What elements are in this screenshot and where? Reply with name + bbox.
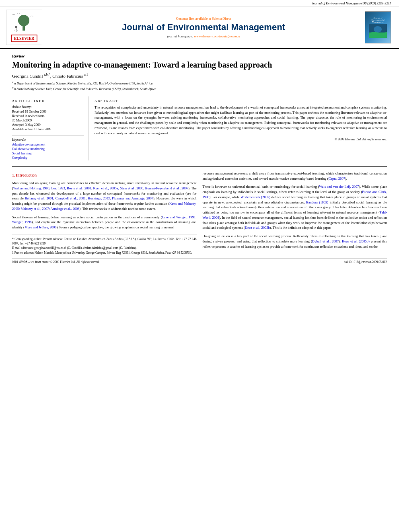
left-column: 1. Introduction Monitoring and on-going … [12, 171, 197, 255]
ref-wals[interactable]: Wals and van der Leij, 2007 [319, 185, 359, 189]
sciencedirect-link-text[interactable]: ScienceDirect [212, 16, 231, 21]
author-names: Georgina Cundill a,b,*, Christo Fabriciu… [12, 74, 88, 78]
ref-walters[interactable]: Walters and Holling, 1990; Lee, 1993; Bo… [13, 186, 188, 190]
journal-ref-text: Journal of Environmental Management 90 (… [312, 2, 391, 5]
ref-parson[interactable]: Parson and Clark, 1995 [203, 190, 387, 199]
received-date: Received 18 October 2008 [12, 110, 84, 113]
elsevier-graphic [8, 12, 40, 34]
footnote-email: E-mail addresses: georgina.cundill@ceaza… [12, 246, 197, 250]
right-para-1: resource management represents a shift a… [203, 171, 387, 181]
footnote-one: 1 Present address: Nelson Mandela Metrop… [12, 251, 197, 255]
ref-pahl[interactable]: Pahl-Wostl, 2006 [203, 210, 387, 220]
intro-para-2: Social theories of learning define learn… [12, 215, 197, 230]
journal-cover-image: Journal ofEnvironmentalManagement [365, 11, 391, 43]
footer-bar: 0301-4797/$ – see front matter © 2009 El… [12, 258, 387, 264]
journal-header: ELSEVIER Contents lists available at Sci… [0, 6, 399, 49]
right-column: resource management represents a shift a… [203, 171, 387, 255]
ref-bellamy[interactable]: Bellamy et al., 2001; Campbell et al., 2… [25, 196, 153, 200]
right-para-2: There is however no universal theoretica… [203, 184, 387, 230]
keyword-4: Complexity [12, 156, 84, 160]
keywords-title: Keywords: [12, 138, 84, 142]
footnotes: * Corresponding author. Present address:… [12, 234, 197, 255]
affiliation-a: a a Department of Environmental Science,… [12, 80, 387, 86]
svg-point-1 [18, 15, 29, 26]
affiliations: a a Department of Environmental Science,… [12, 80, 387, 92]
cover-graphic [369, 24, 387, 38]
footer-rights: 0301-4797/$ – see front matter © 2009 El… [12, 260, 99, 264]
article-authors: Georgina Cundill a,b,*, Christo Fabriciu… [12, 73, 387, 78]
ref-keen-2005b[interactable]: Keen et al., 2005b [245, 226, 270, 230]
main-content: 1. Introduction Monitoring and on-going … [12, 166, 387, 255]
journal-homepage-line: journal homepage: www.elsevier.com/locat… [46, 34, 361, 38]
journal-title-area: Contents lists available at ScienceDirec… [46, 16, 361, 38]
accepted-date: Accepted 3 May 2009 [12, 123, 84, 127]
intro-para-1: Monitoring and on-going learning are cor… [12, 181, 197, 212]
copyright-line: © 2009 Elsevier Ltd. All rights reserved… [95, 138, 387, 141]
svg-point-2 [15, 26, 17, 28]
elsevier-logo-area: ELSEVIER [6, 10, 42, 45]
info-abstract-section: ARTICLE INFO Article history: Received 1… [12, 96, 387, 160]
abstract-section: ABSTRACT The recognition of complexity a… [95, 96, 387, 160]
keyword-3: Social learning [12, 152, 84, 155]
article-history-label: Article history: [12, 105, 84, 109]
article-info-panel: ARTICLE INFO Article history: Received 1… [12, 96, 88, 160]
ref-muro[interactable]: Muro and Jeffrey, 2008 [25, 225, 57, 229]
intro-heading: 1. Introduction [12, 173, 197, 178]
ref-keen-2005b-2[interactable]: Keen et al. (2005b) [342, 239, 370, 243]
sciencedirect-prefix: Contents lists available at [176, 16, 212, 21]
journal-main-title: Journal of Environmental Management [46, 22, 361, 33]
ref-bandura[interactable]: Bandura (1963) [306, 200, 328, 204]
revised-date: 30 March 2009 [12, 119, 84, 122]
abstract-title: ABSTRACT [95, 99, 387, 103]
available-date: Available online 10 June 2009 [12, 127, 84, 131]
ref-wilde[interactable]: Wildemeersch (2007) [241, 195, 270, 199]
sciencedirect-line: Contents lists available at ScienceDirec… [46, 16, 361, 21]
journal-reference: Journal of Environmental Management 90 (… [0, 0, 399, 6]
elsevier-text: ELSEVIER [11, 35, 38, 42]
keyword-1: Adaptive co-management [12, 143, 84, 146]
keyword-2: Collaborative monitoring [12, 147, 84, 151]
article-title: Monitoring in adaptive co-management: To… [12, 60, 387, 70]
ref-dyball[interactable]: Dyball et al., 2007 [312, 239, 339, 243]
ref-keen[interactable]: Keen and Mahanty, 2005; Mahanty et al., … [12, 201, 197, 211]
elsevier-box: ELSEVIER [6, 10, 42, 45]
affiliation-b: b b Sustainability Science Unit, Centre … [12, 86, 387, 92]
abstract-text: The recognition of complexity and uncert… [95, 105, 387, 136]
footer-doi: doi:10.1016/j.jenvman.2009.05.012 [344, 260, 387, 264]
homepage-link-text[interactable]: www.elsevier.com/locate/jenvman [194, 34, 240, 38]
keywords-section: Keywords: Adaptive co-management Collabo… [12, 135, 84, 160]
article-type: Review [12, 54, 387, 58]
article-info-title: ARTICLE INFO [12, 99, 84, 103]
ref-lave[interactable]: Lave and Wenger, 1991; Wenger, 1998 [12, 215, 197, 224]
article-body: Review Monitoring in adaptive co-managem… [0, 49, 399, 272]
received-revised-label: Received in revised form [12, 114, 84, 118]
right-para-3: On-going reflection is a key part of the… [203, 234, 387, 249]
svg-point-8 [374, 26, 382, 33]
ref-capra[interactable]: Capra, 2007 [328, 177, 345, 181]
footnote-star: * Corresponding author. Present address:… [12, 237, 197, 246]
journal-cover-area: Journal ofEnvironmentalManagement [365, 11, 393, 43]
